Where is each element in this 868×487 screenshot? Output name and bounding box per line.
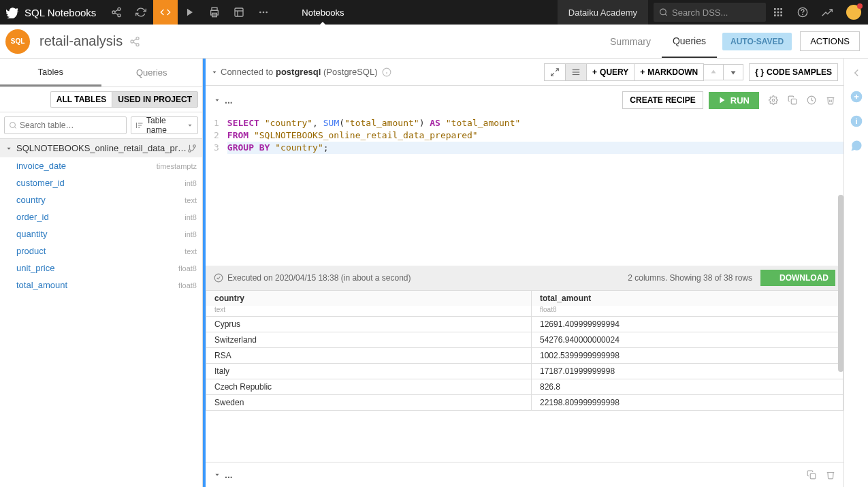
svg-line-49 (551, 73, 554, 76)
gear-icon[interactable] (769, 95, 778, 105)
chevron-down-icon[interactable] (211, 69, 218, 76)
info-circle-icon[interactable]: i (850, 114, 863, 128)
svg-point-0 (118, 7, 120, 10)
svg-rect-23 (774, 14, 776, 16)
code-editor[interactable]: 1 2 3 SELECT "country", SUM("total_amoun… (206, 114, 843, 157)
column-row[interactable]: customer_idint8 (0, 174, 202, 191)
chevron-down-icon (5, 145, 12, 152)
add-circle-icon[interactable] (850, 90, 863, 104)
content-area: Connected to postgresql (PostgreSQL) + Q… (203, 59, 843, 487)
table-row[interactable]: Sweden22198.809999999998 (206, 395, 843, 411)
table-row[interactable]: Italy17187.01999999998 (206, 364, 843, 379)
down-button[interactable] (723, 64, 743, 80)
result-bar: Executed on 2020/04/15 18:38 (in about a… (206, 266, 843, 290)
svg-line-16 (665, 14, 666, 16)
code-samples-button[interactable]: { } CODE SAMPLES (749, 63, 838, 81)
play-icon[interactable] (178, 0, 202, 25)
search-table-box[interactable] (4, 116, 127, 134)
column-row[interactable]: countrytext (0, 191, 202, 208)
svg-line-48 (556, 68, 558, 71)
help-icon[interactable] (790, 0, 815, 25)
sidebar-tab-tables[interactable]: Tables (0, 59, 101, 87)
sidebar: Tables Queries ALL TABLES USED IN PROJEC… (0, 59, 203, 487)
header-row: SQL retail-analysis Summary Queries AUTO… (0, 25, 868, 59)
code-icon[interactable] (153, 0, 178, 25)
arrow-left-icon[interactable] (850, 67, 863, 79)
tab-summary[interactable]: Summary (599, 25, 662, 58)
cell-title: ... (225, 469, 233, 480)
chat-icon[interactable] (850, 139, 863, 153)
refresh-icon[interactable] (129, 0, 153, 25)
page-title: retail-analysis (39, 33, 123, 49)
column-list: invoice_datetimestamptz customer_idint8 … (0, 157, 202, 294)
tab-notebooks[interactable]: Notebooks (292, 0, 353, 25)
column-row[interactable]: producttext (0, 242, 202, 260)
table-row[interactable]: RSA1002.5399999999998 (206, 348, 843, 364)
column-row[interactable]: total_amountfloat8 (0, 277, 202, 294)
result-table: country total_amount text float8 Cyprus1… (206, 290, 843, 411)
list-button[interactable] (565, 63, 587, 81)
filter-all-tables[interactable]: ALL TABLES (50, 91, 112, 108)
branch-icon[interactable] (187, 144, 197, 153)
col-header-total[interactable]: total_amount (532, 291, 843, 307)
filter-used-in-project[interactable]: USED IN PROJECT (112, 91, 198, 108)
trash-icon[interactable] (826, 95, 835, 105)
clock-icon[interactable] (807, 95, 816, 105)
sidebar-tab-queries[interactable]: Queries (101, 59, 203, 87)
svg-point-15 (660, 9, 666, 15)
table-row[interactable]: Switzerland54276.940000000024 (206, 332, 843, 348)
layout-icon[interactable] (227, 0, 251, 25)
copy-icon[interactable] (807, 470, 816, 480)
trend-icon[interactable] (815, 0, 839, 25)
search-dss-input[interactable] (672, 7, 760, 18)
search-table-input[interactable] (20, 121, 122, 130)
table-row[interactable]: Czech Republic826.8 (206, 379, 843, 395)
search-dss[interactable] (654, 3, 766, 22)
scrollbar[interactable] (838, 195, 843, 372)
download-button[interactable]: DOWNLOAD (760, 270, 835, 286)
trash-icon[interactable] (826, 470, 835, 480)
svg-point-33 (10, 123, 16, 128)
column-row[interactable]: order_idint8 (0, 208, 202, 225)
result-summary: 2 columns. Showing 38 of 38 rows (628, 273, 752, 283)
create-recipe-button[interactable]: CREATE RECIPE (622, 91, 703, 109)
svg-marker-44 (213, 71, 216, 73)
col-header-country[interactable]: country (206, 291, 532, 307)
add-query-button[interactable]: + QUERY (586, 63, 634, 81)
avatar[interactable] (846, 5, 861, 20)
svg-rect-25 (780, 14, 782, 16)
svg-line-32 (133, 42, 137, 44)
table-row[interactable]: Cyprus12691.409999999994 (206, 317, 843, 332)
academy-button[interactable]: Dataiku Academy (558, 0, 648, 25)
sql-badge: SQL (5, 29, 30, 54)
table-node[interactable]: SQLNOTEBOOKS_online_retail_data_pr… (0, 139, 202, 157)
chevron-down-icon[interactable] (214, 471, 221, 478)
link-icon[interactable] (129, 36, 140, 47)
svg-line-3 (115, 10, 118, 12)
table-name: SQLNOTEBOOKS_online_retail_data_pr… (16, 143, 187, 153)
tab-queries[interactable]: Queries (662, 25, 717, 58)
cell-header: ... CREATE RECIPE RUN (206, 86, 843, 114)
svg-rect-19 (780, 8, 782, 10)
column-row[interactable]: unit_pricefloat8 (0, 260, 202, 277)
sort-dropdown[interactable]: Table name (131, 116, 198, 134)
share-icon[interactable] (104, 0, 129, 25)
column-row[interactable]: quantityint8 (0, 225, 202, 242)
apps-icon[interactable] (766, 0, 790, 25)
topbar: SQL Notebooks Notebooks Dataiku Academy (0, 0, 868, 25)
info-icon[interactable] (382, 67, 391, 77)
column-row[interactable]: invoice_datetimestamptz (0, 157, 202, 174)
copy-icon[interactable] (788, 95, 797, 105)
run-button[interactable]: RUN (709, 92, 759, 109)
add-markdown-button[interactable]: + MARKDOWN (634, 63, 704, 81)
expand-button[interactable] (544, 63, 566, 81)
logo-icon[interactable] (0, 0, 25, 25)
chevron-down-icon[interactable] (214, 97, 221, 104)
svg-point-43 (189, 149, 191, 152)
print-icon[interactable] (202, 0, 227, 25)
svg-rect-18 (777, 8, 779, 10)
actions-button[interactable]: ACTIONS (800, 31, 860, 51)
more-icon[interactable] (251, 0, 276, 25)
content-toolbar: Connected to postgresql (PostgreSQL) + Q… (206, 59, 843, 86)
up-button[interactable] (703, 64, 724, 80)
